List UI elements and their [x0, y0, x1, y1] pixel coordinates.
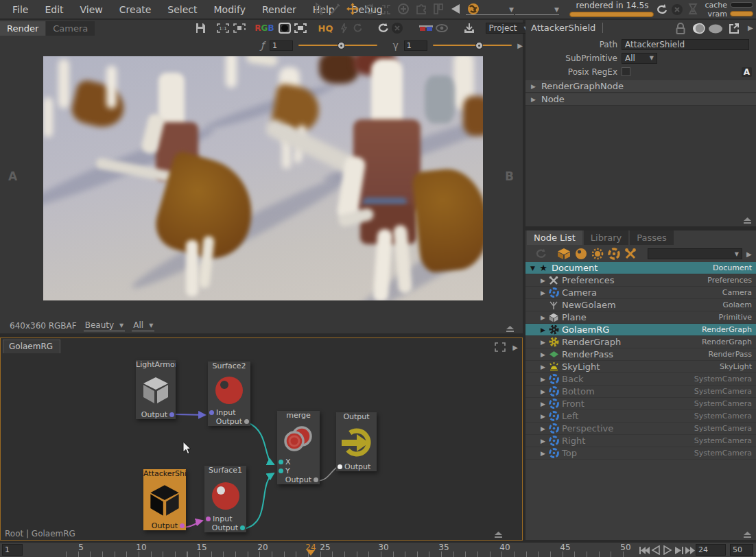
port-input[interactable]: Input [208, 408, 250, 417]
end-frame-input[interactable] [730, 544, 753, 556]
one-to-one-zoom-icon[interactable]: 1:1 [216, 21, 230, 35]
tab-library[interactable]: Library [584, 230, 628, 245]
slider-overflow-arrow[interactable]: ▶ [517, 42, 523, 49]
rgb-channels-toggle[interactable]: RGB [255, 21, 274, 35]
path-input[interactable] [622, 39, 749, 50]
tab-node-list[interactable]: Node List [527, 230, 582, 245]
tree-row-plane[interactable]: ▶ PlanePrimitive [525, 311, 756, 324]
tree-row-preferences[interactable]: ▶ PreferencesPreferences [525, 274, 756, 287]
stereo-3d-icon[interactable] [418, 21, 434, 35]
panel-collapse-icon[interactable] [743, 217, 752, 224]
port-output[interactable]: Output [143, 521, 186, 530]
eye-icon[interactable] [435, 21, 449, 35]
tree-row-front[interactable]: ▶ FrontSystemCamera [525, 398, 756, 410]
exposure-input[interactable] [270, 40, 293, 51]
graph-breadcrumb[interactable]: Root | GolaemRG [5, 529, 75, 538]
sync-selection-icon[interactable] [534, 248, 547, 260]
port-output[interactable]: Output [208, 417, 250, 426]
play-forward-button[interactable] [661, 544, 673, 556]
target-tool-icon[interactable] [396, 1, 411, 16]
port-input[interactable]: Input [204, 514, 246, 523]
section-node[interactable]: ▶Node [525, 93, 756, 106]
node-surface2[interactable]: Surface2 Input Output [208, 362, 250, 426]
node-surface1[interactable]: Surface1 Input Output [204, 466, 246, 532]
alpha-channel-icon[interactable] [279, 21, 291, 35]
header-overflow-arrow[interactable]: ▶ [748, 24, 753, 32]
timeline-start-input[interactable] [2, 544, 23, 556]
tree-row-perspective[interactable]: ▶ PerspectiveSystemCamera [525, 423, 756, 435]
tree-row-bottom[interactable]: ▶ BottomSystemCamera [525, 386, 756, 398]
filter-tools-icon[interactable] [624, 248, 637, 260]
filter-primitives-icon[interactable] [557, 248, 571, 260]
tree-row-right[interactable]: ▶ RightSystemCamera [525, 435, 756, 447]
step-back-button[interactable] [650, 544, 661, 556]
node-filter-select[interactable]: ▼ [648, 248, 742, 259]
node-lightarmor[interactable]: LightArmor Output [136, 360, 176, 419]
panel-collapse-icon[interactable] [494, 531, 503, 538]
cursor-tool-icon[interactable] [312, 1, 326, 16]
ab-compare-a-label[interactable]: A [8, 169, 17, 183]
port-output[interactable]: Output [277, 475, 320, 484]
pick-tool-icon[interactable] [329, 1, 342, 16]
tree-row-newgolaem[interactable]: NewGolaemGolaem [525, 299, 756, 311]
menu-select[interactable]: Select [159, 4, 205, 15]
menu-view[interactable]: View [72, 4, 111, 15]
cancel-view-icon[interactable] [391, 21, 403, 35]
ab-compare-b-label[interactable]: B [505, 169, 514, 183]
project-select[interactable]: Project▼ [486, 23, 532, 34]
solo-icon[interactable] [708, 24, 723, 34]
play-back-icon[interactable] [448, 1, 463, 16]
tree-row-rendergraph[interactable]: ▶ RenderGraphRenderGraph [525, 336, 756, 348]
exposure-slider[interactable] [298, 42, 378, 49]
step-forward-button[interactable] [673, 544, 685, 556]
filter-cameras-icon[interactable] [608, 248, 620, 260]
interactive-render-icon[interactable] [339, 21, 349, 35]
scatter-tool-icon[interactable] [379, 1, 393, 16]
current-frame-marker[interactable] [307, 550, 315, 556]
node-graph-panel[interactable]: GolaemRG ▶ LightArmor Output Surface2 In… [0, 337, 523, 541]
channel-select[interactable]: Beauty▼ [84, 320, 126, 331]
crop-region-icon[interactable] [294, 21, 307, 35]
gamma-input[interactable] [404, 40, 427, 51]
layout-split-icon[interactable] [432, 1, 445, 16]
tree-row-top[interactable]: ▶ TopSystemCamera [525, 447, 756, 460]
panel-collapse-icon[interactable] [743, 531, 752, 538]
port-output[interactable]: Output [204, 523, 246, 532]
lock-icon[interactable] [675, 23, 686, 34]
filter-shaders-icon[interactable] [575, 248, 587, 260]
refresh-render-icon[interactable] [655, 3, 669, 16]
timeline-ruler[interactable]: 5 10 15 20 24 25 30 35 40 45 50 [66, 543, 635, 557]
tree-row-camera[interactable]: ▶ CameraCamera [525, 287, 756, 299]
rendered-image[interactable] [43, 56, 483, 300]
port-output[interactable]: Output [336, 462, 377, 471]
posix-regex-checkbox[interactable] [622, 67, 630, 76]
move-tool-icon[interactable] [345, 1, 360, 16]
export-image-icon[interactable] [462, 21, 476, 35]
gamma-slider[interactable] [433, 42, 512, 49]
loop-render-icon[interactable] [351, 21, 364, 35]
subprimitive-select[interactable]: All▼ [622, 53, 657, 64]
tab-camera[interactable]: Camera [46, 21, 95, 36]
tab-passes[interactable]: Passes [630, 230, 674, 245]
toolbar-dropdown-1[interactable]: ▼ [466, 4, 514, 15]
node-list-overflow-arrow[interactable]: ▶ [746, 250, 752, 258]
save-image-icon[interactable] [194, 21, 206, 35]
rotate-tool-icon[interactable] [363, 1, 377, 16]
hq-toggle[interactable]: HQ [318, 21, 333, 35]
port-y[interactable]: Y [277, 466, 320, 475]
port-x[interactable]: X [277, 458, 320, 466]
port-output[interactable]: Output [136, 410, 176, 419]
node-attackershield[interactable]: AttackerShield Output [143, 469, 186, 530]
current-frame-input[interactable] [696, 544, 726, 556]
menu-create[interactable]: Create [111, 4, 160, 15]
tree-row-renderpass[interactable]: ▶ RenderPassRenderPass [525, 348, 756, 361]
tree-row-skylight[interactable]: ▶ SkyLightSkyLight [525, 361, 756, 373]
tree-row-left[interactable]: ▶ LeftSystemCamera [525, 410, 756, 423]
menu-edit[interactable]: Edit [36, 4, 71, 15]
menu-render[interactable]: Render [254, 4, 305, 15]
node-output[interactable]: Output Output [336, 412, 377, 471]
menu-file[interactable]: File [4, 4, 36, 15]
layer-select[interactable]: All▼ [132, 320, 154, 331]
puzzle-tool-icon[interactable] [414, 1, 429, 16]
tree-row-back[interactable]: ▶ BackSystemCamera [525, 373, 756, 386]
